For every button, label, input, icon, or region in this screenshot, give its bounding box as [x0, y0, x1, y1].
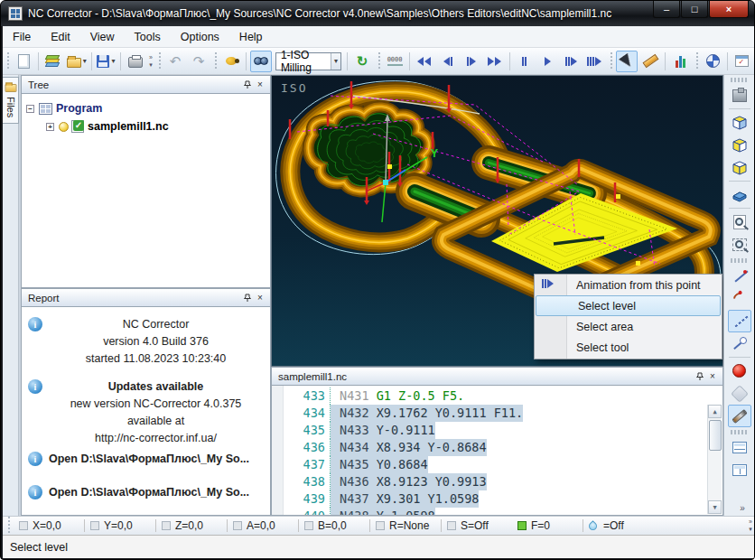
- pin-icon[interactable]: [694, 370, 706, 383]
- zoom-fit-button[interactable]: [728, 210, 751, 233]
- pin-icon[interactable]: [241, 292, 254, 304]
- right-toolbar-overflow[interactable]: »: [731, 499, 754, 516]
- paint-path-button[interactable]: [728, 405, 751, 427]
- front-view-button[interactable]: [728, 156, 751, 179]
- zoom-window-button[interactable]: [728, 233, 751, 256]
- close-button[interactable]: ×: [709, 1, 749, 18]
- toolbar-grip[interactable]: [158, 52, 161, 70]
- toolbar-grip[interactable]: [695, 52, 698, 70]
- menu-help[interactable]: Help: [229, 27, 273, 47]
- open-dropdown-icon[interactable]: ▾: [83, 57, 87, 65]
- scrollbar-thumb[interactable]: [709, 420, 722, 451]
- toolbar-grip[interactable]: [731, 258, 749, 263]
- status-x[interactable]: X=0,0: [14, 519, 84, 532]
- anim-fast-forward-button[interactable]: [484, 51, 506, 72]
- top-view-button[interactable]: [728, 134, 751, 156]
- combo-dropdown-icon[interactable]: ▾: [331, 53, 340, 70]
- anim-play-fast-button[interactable]: [583, 51, 605, 72]
- close-icon[interactable]: ×: [706, 370, 719, 383]
- checkbox-icon[interactable]: [376, 521, 385, 530]
- checkbox-icon[interactable]: [447, 521, 456, 530]
- point-on-line-button[interactable]: [728, 332, 751, 355]
- renumber-button[interactable]: 0000: [384, 51, 405, 72]
- toolbar-grip[interactable]: [731, 78, 749, 82]
- measure-button[interactable]: [639, 51, 661, 72]
- select-segment-button[interactable]: [728, 310, 751, 332]
- find-button[interactable]: [250, 51, 272, 72]
- machine-view-button[interactable]: [728, 84, 751, 107]
- checkbox-icon[interactable]: [19, 521, 28, 530]
- code-line[interactable]: 438N436 X8.9123 Y0.9913: [284, 473, 706, 490]
- collapse-icon[interactable]: −: [26, 105, 34, 113]
- report-updates-link[interactable]: http://nc-corrector.inf.ua/: [49, 430, 263, 447]
- code-line[interactable]: 437N435 Y0.8684: [284, 456, 706, 473]
- blank-point-button[interactable]: [728, 382, 751, 405]
- solid-view-button[interactable]: [728, 183, 751, 206]
- feed-indicator-icon[interactable]: [517, 521, 527, 530]
- select-cursor-button[interactable]: [616, 51, 638, 72]
- status-s[interactable]: S=Off: [442, 519, 512, 532]
- viewport-3d[interactable]: Y ISO Animation from this point Select l…: [271, 75, 723, 367]
- settings-button[interactable]: [732, 51, 753, 72]
- save-button[interactable]: ▾: [95, 51, 117, 72]
- reload-button[interactable]: ↻: [351, 51, 373, 72]
- pin-icon[interactable]: [241, 79, 254, 91]
- menu-view[interactable]: View: [80, 27, 125, 47]
- title-bar[interactable]: NC Corrector - D:\Slava\ФормаПлюс\_My So…: [1, 1, 754, 26]
- draw-line-button[interactable]: [728, 265, 751, 287]
- print-button[interactable]: [125, 51, 146, 72]
- tab-files[interactable]: Files: [3, 77, 19, 124]
- checkbox-icon[interactable]: [90, 521, 99, 530]
- machining-mode-select[interactable]: 1-ISO Milling ▾: [275, 52, 341, 70]
- status-coolant[interactable]: =Off: [583, 519, 654, 532]
- close-icon[interactable]: ×: [254, 79, 266, 91]
- code-line[interactable]: 433N431 G1 Z-0.5 F5.: [284, 387, 706, 405]
- maximize-button[interactable]: □: [681, 1, 708, 18]
- anim-play-to-button[interactable]: [560, 51, 582, 72]
- checkbox-icon[interactable]: [233, 521, 242, 530]
- redo-button[interactable]: ↷: [188, 51, 210, 72]
- layout-horizontal-button[interactable]: [728, 436, 751, 459]
- draw-arc-button[interactable]: [728, 287, 751, 310]
- context-menu-item-select-tool[interactable]: Select tool: [535, 337, 722, 358]
- iso-view-button[interactable]: [728, 111, 751, 134]
- layers-button[interactable]: [42, 51, 64, 72]
- toolbar-grip[interactable]: [731, 430, 749, 434]
- open-file-button[interactable]: ▾: [66, 51, 88, 72]
- code-panel-header[interactable]: samplemill1.nc ×: [271, 367, 723, 385]
- status-b[interactable]: B=0,0: [299, 519, 369, 532]
- code-line[interactable]: 434N432 X9.1762 Y0.9111 F11.: [284, 405, 706, 422]
- context-menu-item-select-level[interactable]: Select level: [536, 295, 721, 316]
- toolbar-grip[interactable]: [610, 52, 612, 70]
- tree-panel-header[interactable]: Tree ×: [21, 75, 271, 93]
- debug-button[interactable]: [220, 51, 242, 72]
- context-menu-item-animation[interactable]: Animation from this point: [535, 275, 722, 295]
- anim-step-forward-button[interactable]: [461, 51, 482, 72]
- checkbox-icon[interactable]: [162, 521, 171, 530]
- anim-step-back-button[interactable]: [437, 51, 459, 72]
- report-panel-header[interactable]: Report ×: [21, 288, 271, 306]
- status-y[interactable]: Y=0,0: [85, 519, 155, 532]
- layout-vertical-button[interactable]: [728, 459, 751, 481]
- statusbar-grip[interactable]: [6, 517, 11, 535]
- vertical-scrollbar[interactable]: ▲ ▼: [707, 405, 722, 514]
- toolbar-grip[interactable]: [6, 52, 9, 70]
- toolbar-grip[interactable]: [378, 52, 380, 70]
- stop-point-button[interactable]: [728, 359, 751, 382]
- close-icon[interactable]: ×: [254, 292, 266, 304]
- gcode-editor[interactable]: 433N431 G1 Z-0.5 F5. 434N432 X9.1762 Y0.…: [271, 385, 723, 516]
- diagram-button[interactable]: [702, 51, 723, 72]
- status-f[interactable]: F=0: [512, 519, 583, 532]
- status-z[interactable]: Z=0,0: [156, 519, 227, 532]
- new-file-button[interactable]: [13, 51, 34, 72]
- scroll-down-icon[interactable]: ▼: [708, 500, 722, 514]
- tree-node-program[interactable]: − Program: [22, 99, 270, 117]
- tree-node-file[interactable]: + samplemill1.nc: [22, 117, 270, 135]
- status-r[interactable]: R=None: [370, 519, 441, 532]
- code-line[interactable]: 440N438 Y-1.0598: [284, 508, 706, 516]
- toolbar-grip[interactable]: [214, 52, 217, 70]
- code-line[interactable]: 435N433 Y-0.9111: [284, 422, 706, 439]
- checkbox-icon[interactable]: [304, 521, 313, 530]
- expand-icon[interactable]: +: [46, 123, 54, 131]
- minimize-button[interactable]: –: [653, 1, 680, 18]
